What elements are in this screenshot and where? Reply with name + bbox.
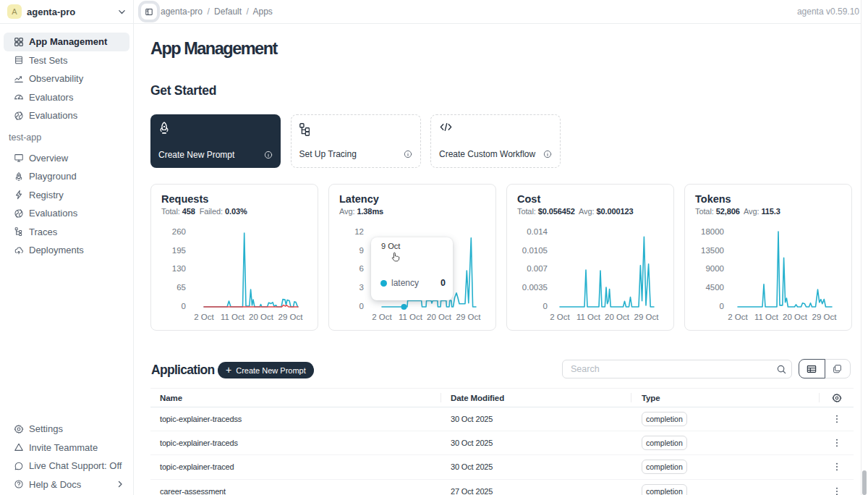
svg-text:20 Oct: 20 Oct xyxy=(249,313,274,321)
svg-text:11 Oct: 11 Oct xyxy=(221,313,245,321)
svg-text:2 Oct: 2 Oct xyxy=(194,313,214,321)
svg-text:2 Oct: 2 Oct xyxy=(550,313,570,321)
svg-text:29 Oct: 29 Oct xyxy=(634,313,660,321)
svg-text:18000: 18000 xyxy=(701,227,724,236)
svg-text:2 Oct: 2 Oct xyxy=(728,313,748,321)
svg-text:260: 260 xyxy=(172,227,186,236)
svg-text:29 Oct: 29 Oct xyxy=(812,313,838,321)
svg-text:13500: 13500 xyxy=(701,246,724,255)
svg-text:0.0035: 0.0035 xyxy=(522,283,548,292)
svg-text:11 Oct: 11 Oct xyxy=(754,313,779,321)
svg-text:4500: 4500 xyxy=(705,283,724,292)
svg-text:65: 65 xyxy=(176,283,186,292)
svg-text:12: 12 xyxy=(354,227,364,236)
svg-text:0: 0 xyxy=(359,302,364,310)
svg-text:0.0105: 0.0105 xyxy=(522,246,548,255)
svg-text:0: 0 xyxy=(720,302,724,310)
svg-text:0: 0 xyxy=(182,302,186,310)
svg-text:9000: 9000 xyxy=(705,264,724,273)
svg-text:20 Oct: 20 Oct xyxy=(783,313,808,321)
svg-text:2 Oct: 2 Oct xyxy=(372,313,392,321)
svg-text:0.007: 0.007 xyxy=(527,264,548,273)
svg-text:195: 195 xyxy=(172,246,186,255)
svg-text:130: 130 xyxy=(172,264,186,273)
svg-text:0.014: 0.014 xyxy=(527,227,548,236)
svg-text:20 Oct: 20 Oct xyxy=(605,313,630,321)
svg-text:29 Oct: 29 Oct xyxy=(456,313,482,321)
svg-text:11 Oct: 11 Oct xyxy=(576,313,601,321)
svg-text:3: 3 xyxy=(359,283,364,292)
svg-text:6: 6 xyxy=(359,264,364,273)
svg-text:29 Oct: 29 Oct xyxy=(278,313,304,321)
svg-text:20 Oct: 20 Oct xyxy=(427,313,452,321)
svg-text:9: 9 xyxy=(359,246,364,255)
svg-text:11 Oct: 11 Oct xyxy=(399,313,423,321)
svg-text:0: 0 xyxy=(543,302,548,310)
